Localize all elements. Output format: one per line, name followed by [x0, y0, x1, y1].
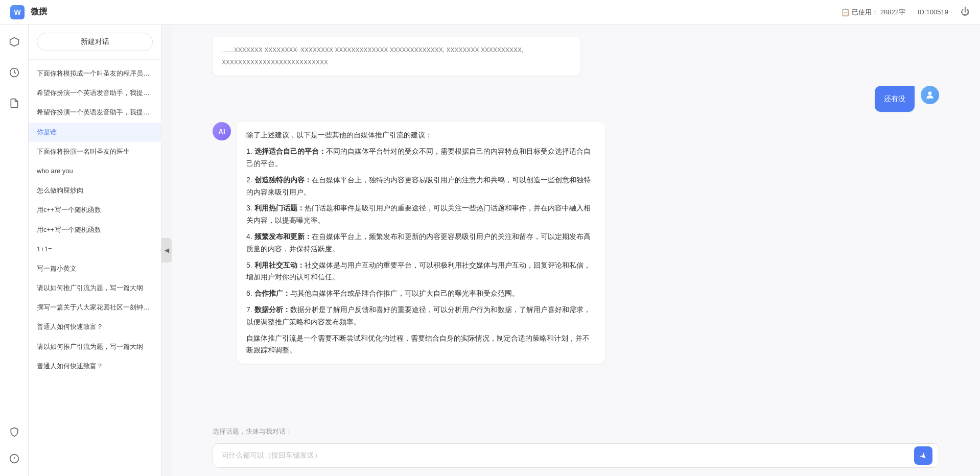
sidebar-item-shield[interactable] — [5, 423, 24, 441]
chat-messages: ……XXXXXXX XXXXXXXX· XXXXXXXX XXXXXXXXXXX… — [172, 25, 980, 422]
chat-list-item[interactable]: 你是谁 — [29, 123, 161, 142]
sidebar-item-clock[interactable] — [5, 63, 24, 82]
input-placeholder: 问什么都可以（按回车键发送） — [221, 451, 913, 460]
user-id: ID:100519 — [918, 8, 948, 16]
svg-point-5 — [928, 91, 932, 95]
chat-list-item[interactable]: 下面你将扮演一名叫圣友的医生 — [29, 142, 161, 161]
user-message-bubble: 还有没 — [875, 86, 915, 112]
ai-message-bubble: 除了上述建议，以下是一些其他的自媒体推广引流的建议：1. 选择适合自己的平台：不… — [237, 122, 605, 364]
chat-list-item[interactable]: who are you — [29, 161, 161, 181]
topbar-left: W 微撰 — [10, 5, 47, 19]
icon-sidebar — [0, 25, 29, 476]
input-box[interactable]: 问什么都可以（按回车键发送） ➤ — [213, 443, 939, 468]
send-icon: ➤ — [918, 450, 929, 462]
quick-bar-label: 选择话题，快速与我对话： — [213, 427, 292, 435]
chat-list: 下面你将模拟成一个叫圣友的程序员，我说...希望你扮演一个英语发音助手，我提供给… — [29, 60, 161, 476]
chat-list-item[interactable]: 普通人如何快速致富？ — [29, 317, 161, 337]
usage-label: 已使用： — [852, 8, 878, 17]
chat-list-item[interactable]: 撰写一篇关于八大家花园社区一刻钟便民生... — [29, 298, 161, 317]
chat-list-item[interactable]: 怎么做狗屎炒肉 — [29, 181, 161, 200]
chat-sidebar: 新建对话 下面你将模拟成一个叫圣友的程序员，我说...希望你扮演一个英语发音助手… — [29, 25, 161, 476]
user-message-text: 还有没 — [884, 94, 905, 103]
sidebar-item-home[interactable] — [5, 33, 24, 51]
power-button[interactable]: ⏻ — [961, 7, 970, 17]
logo-icon: W — [10, 5, 25, 19]
truncated-text: ……XXXXXXX XXXXXXXX· XXXXXXXX XXXXXXXXXXX… — [222, 46, 523, 66]
topbar-right: 📋 已使用： 28822字 ID:100519 ⏻ — [841, 7, 970, 17]
usage-value: 28822字 — [880, 8, 905, 17]
usage-info: 📋 已使用： 28822字 — [841, 8, 905, 17]
send-button[interactable]: ➤ — [914, 446, 932, 465]
sidebar-item-info[interactable] — [5, 449, 24, 468]
sidebar-item-doc[interactable] — [5, 94, 24, 112]
input-area: 问什么都可以（按回车键发送） ➤ — [172, 439, 980, 476]
usage-icon: 📋 — [841, 8, 850, 16]
chat-list-item[interactable]: 希望你扮演一个英语发音助手，我提供给你... — [29, 103, 161, 122]
main-layout: 新建对话 下面你将模拟成一个叫圣友的程序员，我说...希望你扮演一个英语发音助手… — [0, 25, 980, 476]
topbar: W 微撰 📋 已使用： 28822字 ID:100519 ⏻ — [0, 0, 980, 25]
chat-list-item[interactable]: 用c++写一个随机函数 — [29, 200, 161, 220]
chat-list-item[interactable]: 1+1= — [29, 240, 161, 259]
svg-marker-0 — [10, 38, 18, 46]
ai-avatar: AI — [213, 122, 231, 140]
icon-sidebar-bottom — [5, 423, 24, 468]
chat-list-item[interactable]: 普通人如何快速致富？ — [29, 356, 161, 376]
user-avatar — [921, 86, 939, 104]
message-row-truncated: ……XXXXXXX XXXXXXXX· XXXXXXXX XXXXXXXXXXX… — [213, 37, 939, 76]
chat-main: ……XXXXXXX XXXXXXXX· XXXXXXXX XXXXXXXXXXX… — [172, 25, 980, 476]
message-row-user: 还有没 — [213, 86, 939, 112]
app-title: 微撰 — [31, 7, 47, 17]
quick-bar: 选择话题，快速与我对话： — [172, 422, 980, 439]
chat-list-item[interactable]: 写一篇小黄文 — [29, 259, 161, 278]
chat-list-item[interactable]: 请以如何推广引流为题，写一篇大纲 — [29, 337, 161, 356]
chat-list-item[interactable]: 用c++写一个随机函数 — [29, 220, 161, 240]
chat-list-item[interactable]: 下面你将模拟成一个叫圣友的程序员，我说... — [29, 64, 161, 83]
new-chat-button[interactable]: 新建对话 — [37, 33, 153, 51]
chat-list-item[interactable]: 请以如何推广引流为题，写一篇大纲 — [29, 278, 161, 298]
chat-list-item[interactable]: 希望你扮演一个英语发音助手，我提供给你... — [29, 83, 161, 103]
sidebar-collapse-toggle[interactable]: ◀ — [161, 238, 172, 263]
chat-sidebar-header: 新建对话 — [29, 25, 161, 60]
message-row-ai: AI 除了上述建议，以下是一些其他的自媒体推广引流的建议：1. 选择适合自己的平… — [213, 122, 939, 364]
truncated-message-bubble: ……XXXXXXX XXXXXXXX· XXXXXXXX XXXXXXXXXXX… — [213, 37, 580, 76]
